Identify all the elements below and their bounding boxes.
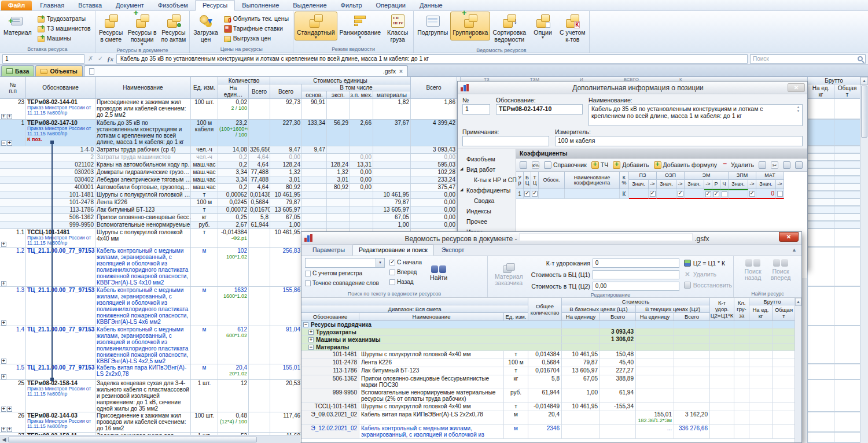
resource-row[interactable]: 101-2478Лента К226100 м0,568479,8745,40 [301,359,801,367]
expand-icon[interactable]: + [308,337,314,342]
ribbon-button-ТЗ машинистов[interactable]: ТЗ машинистов [35,23,93,33]
table-row[interactable]: 400001Автомобили бортовые, грузопод…маш.… [0,184,460,191]
meter-field[interactable]: 100 м кабеля [555,136,803,146]
dialog-nav-Прочее[interactable]: Прочее [458,216,516,227]
table-row[interactable] [808,206,860,214]
ribbon-button-Опции[interactable]: Опции▼ [528,12,557,40]
expand-icon[interactable]: + [7,427,12,432]
resource-row[interactable]: 506-1362Припои оловянно-свинцовые бессур… [301,375,801,389]
ribbon-button-Сортировка-ведомости[interactable]: ↓Сортировка ведомости▼ [490,12,528,47]
ribbon-button-Подгруппы[interactable]: Подгруппы [415,12,450,37]
table-row[interactable] [808,221,860,229]
chevron-down-icon[interactable]: ▼ [376,259,384,267]
from-start-checkbox[interactable] [389,260,395,265]
expand-icon[interactable]: + [1,407,6,412]
expand-icon[interactable]: + [308,330,314,335]
ribbon-tab-Данные[interactable]: Данные [413,1,450,10]
ribbon-button-Стандартный[interactable]: Стандартный▼ [295,12,337,40]
vertical-scrollbar[interactable]: ▲ [860,77,868,443]
obosn-field[interactable]: ТЕРм08-02-147-10 [496,104,583,115]
search-icon[interactable] [858,56,863,61]
dialog-nav-Вид работ[interactable]: ◢Вид работ [458,164,516,175]
scroll-up-icon[interactable]: ▲ [795,298,801,306]
table-row[interactable]: 030402Лебедки электрические тяговым …маш… [0,176,460,184]
dialog-tab-Редактирование и поиск[interactable]: Редактирование и поиск [352,245,434,256]
find-button[interactable]: Найти [426,258,451,287]
checkbox[interactable] [524,191,530,197]
collapse-icon[interactable]: ▲ [792,247,797,253]
backward-checkbox[interactable] [389,279,395,285]
cut-icon-button[interactable]: ✂ [770,161,779,169]
table-row[interactable] [808,154,860,161]
search-forward-button[interactable]: Поиск вперед [767,258,795,282]
checkbox[interactable] [705,191,711,197]
ribbon-tab-Операции[interactable]: Операции [369,1,413,10]
table-row[interactable]: 021102Краны на автомобильном ходу пр…маш… [0,161,460,169]
close-icon[interactable]: ✕ [779,232,799,242]
expand-toggle[interactable]: ++ [1,405,24,412]
ribbon-button-Тарифные ставки[interactable]: Тарифные ставки [222,23,290,33]
table-row[interactable]: 101-2478Лента К226100 м0,02450,568479,87… [0,199,460,206]
expand-icon[interactable]: + [7,141,12,146]
table-row[interactable] [808,184,860,191]
vertical-scrollbar[interactable]: ▲ [795,298,801,442]
table-row[interactable] [808,380,860,412]
table-row[interactable] [808,412,860,433]
collapse-icon[interactable]: − [303,322,308,327]
ribbon-tab-Документ[interactable]: Документ [109,1,151,10]
expand-icon[interactable]: + [1,114,6,119]
table-row[interactable]: 23++ТЕРм08-02-144-01Приказ Минстроя Росс… [0,99,460,120]
ribbon-tab-Главная[interactable]: Главная [33,1,71,10]
ribbon-tab-Вставка[interactable]: Вставка [71,1,109,10]
scroll-up-icon[interactable]: ▲ [860,77,868,85]
search-combobox[interactable]: ▼ [305,258,385,268]
group-row[interactable]: +Машины и механизмы1 306,02 [301,336,801,344]
close-tab-icon[interactable]: × [399,68,403,75]
table-row[interactable] [808,120,860,146]
close-icon[interactable]: ✕ [788,83,805,92]
ribbon-button-Выгрузка цен[interactable]: Выгрузка цен [222,33,290,43]
table-row[interactable]: 030203Домкраты гидравлические грузо…маш.… [0,169,460,176]
expand-toggle[interactable]: ++ [1,426,24,432]
group-row[interactable]: −Ресурсы подрядчика [301,321,801,328]
customer-material-button[interactable]: Материал заказчика [491,258,527,291]
expand-icon[interactable]: + [1,242,6,247]
dialog-nav-К-ты к НР и СП[interactable]: К-ты к НР и СП [458,175,516,185]
toolbar-button-Справочник[interactable]: Справочник [543,161,588,169]
dialog-titlebar[interactable]: Ведомость ресурсов в документе - .gsfx ✕ [301,232,801,245]
toolbar-button-ТЧ[interactable]: ТЧ [590,161,609,169]
table-row[interactable] [808,433,860,443]
checkbox[interactable] [678,191,683,197]
save-icon-button[interactable] [806,161,807,169]
scroll-thumb[interactable] [861,86,867,138]
toolbar-button-Добавить формулу[interactable]: Добавить формулу [653,161,718,169]
ribbon-tab-Файл[interactable]: Файл [1,1,32,10]
ribbon-tab-Выполнение[interactable]: Выполнение [235,1,286,10]
spinner-icons[interactable]: ▲▼ [795,105,801,113]
expand-icon[interactable]: + [1,320,6,326]
dialog-nav-Индексы[interactable]: Индексы [458,206,516,216]
expand-toggle[interactable]: + [1,373,24,379]
group-row[interactable]: −Материалы [301,344,801,351]
expand-toggle[interactable]: ++ [1,113,24,119]
expand-icon[interactable]: + [7,114,12,119]
resource-row[interactable]: 999-9950Вспомогательные ненормируемые ма… [301,389,801,403]
collapse-icon[interactable]: − [1,141,6,146]
checkbox[interactable] [650,191,656,197]
ribbon-button-Группировка[interactable]: +Группировка▼ [450,12,490,40]
scroll-left-icon[interactable]: ◀ [0,437,8,442]
checkbox[interactable] [722,191,727,197]
dialog-titlebar[interactable]: Дополнительная информация о позиции ✕ [458,82,807,94]
expand-icon[interactable]: + [1,281,6,286]
dialog-nav-Коэффициенты[interactable]: ◢Коэффициенты [458,185,516,195]
table-row[interactable]: 999-9950Вспомогательные ненормируемые…ру… [0,221,460,229]
table-row[interactable] [808,248,860,287]
formula-input[interactable]: Кабель до 35 кВ по установленным констру… [116,54,748,64]
search-back-button[interactable]: Поиск назад [741,258,765,282]
cell-reference-box[interactable]: 1 [2,54,84,64]
table-row[interactable] [808,99,860,120]
toolbar-button-Удалить[interactable]: Удалить [720,161,755,169]
ribbon-button-С учетом-к-тов[interactable]: КС учетом к-тов [557,12,587,44]
expand-toggle[interactable]: + [1,241,24,247]
expand-toggle[interactable]: + [1,280,24,286]
